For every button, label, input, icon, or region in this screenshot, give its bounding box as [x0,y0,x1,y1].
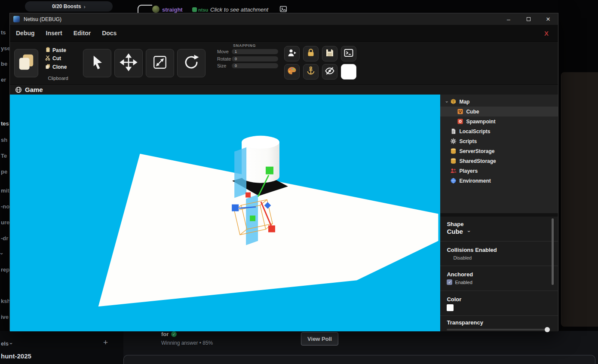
channel-name-fragment[interactable]: els › [1,340,12,347]
channel-fragment[interactable]: tes [1,120,9,127]
palette-icon [287,66,297,78]
channel-fragment[interactable]: ive [1,314,9,320]
message-text[interactable]: Click to see attachment [210,6,268,13]
tabbar: Game [10,84,558,95]
color-swatch[interactable] [447,304,454,311]
gizmo-handle-small-green[interactable] [250,216,255,221]
gizmo-handle-y[interactable] [266,167,273,174]
snapping-group: SNAPPING Move 1 Rotate 0 Size 0 [212,42,294,85]
move-icon [119,53,138,73]
gizmo-handle-z[interactable] [232,205,239,211]
channel-fragment[interactable]: be [1,61,7,67]
channel-fragment[interactable]: pe [1,168,7,175]
menu-insert[interactable]: Insert [46,30,62,37]
panel-divider [440,213,558,217]
paint-button[interactable] [284,64,300,80]
hide-button[interactable] [322,64,337,80]
localscripts-icon [450,128,457,135]
save-button[interactable] [322,46,337,61]
message-username[interactable]: straight [162,6,183,13]
explorer-item-cube[interactable]: Cube [440,107,558,116]
explorer-item-players[interactable]: Players [440,166,558,176]
snap-size-label: Size [217,63,232,68]
snap-rotate-input[interactable]: 0 [232,56,278,61]
caret-down-icon[interactable]: › [444,99,450,104]
terminal-button[interactable] [341,46,356,61]
explorer-item-sharedstorage[interactable]: SharedStorage [440,156,558,166]
anchor-button[interactable] [303,64,319,80]
channel-fragment[interactable]: -no [1,203,9,210]
message-badge: ntsu [198,7,208,12]
channel-fragment[interactable]: yse [1,45,10,52]
properties-scrollbar[interactable] [552,218,554,285]
explorer-item-serverstorage[interactable]: ServerStorage [440,146,558,156]
explorer-item-localscripts[interactable]: LocalScripts [440,126,558,136]
chevron-down-icon[interactable]: › [0,253,5,254]
explorer-item-label: LocalScripts [459,128,490,135]
channel-fragment[interactable]: -dr [1,235,8,242]
color-picker-button[interactable] [341,64,356,80]
gizmo-plane-upper[interactable] [234,147,246,198]
explorer-item-map[interactable]: ›Map [440,97,558,107]
channel-fragment[interactable]: mit [1,187,9,194]
lock-button[interactable] [303,46,319,61]
anchored-value: Enabled [455,280,472,285]
copy-icon [17,53,35,73]
titlebar[interactable]: Netisu (DEBUG) – × [10,13,558,25]
explorer-item-environment[interactable]: Environment [440,176,558,186]
eye-slash-icon [325,66,335,78]
channel-fragment[interactable]: rep [1,266,9,273]
poll-answer-label: for [161,331,169,337]
explorer-item-label: Cube [466,109,479,115]
collisions-value[interactable]: Disabled [453,255,472,260]
menu-close-x[interactable]: X [544,30,549,37]
maximize-button[interactable] [518,13,538,25]
channel-fragment[interactable]: ure [1,219,9,226]
spawnpoint-icon [457,118,463,125]
rotate-tool-button[interactable] [177,49,205,77]
attachment-icon[interactable] [279,5,287,13]
clone-button[interactable]: Clone [45,64,67,70]
add-channel-icon[interactable]: + [103,338,108,347]
thread-name[interactable]: hunt-2025 [1,352,31,360]
view-poll-button[interactable]: View Poll [301,332,338,346]
right-panel: ›MapCubeSpawnpointLocalScriptsScriptsSer… [440,95,558,331]
scale-icon [150,53,169,73]
viewport-3d[interactable] [10,95,440,331]
cut-button[interactable]: Cut [45,55,61,62]
channel-fragment[interactable]: Te [1,153,7,159]
explorer-item-label: Spawnpoint [466,119,495,125]
menubar: Debug Insert Editor Docs X [10,25,558,41]
character-button[interactable] [284,46,300,61]
copy-button[interactable] [14,49,38,77]
tab-game[interactable]: Game [25,86,43,93]
shape-dropdown[interactable]: Cube › [447,228,470,235]
cylinder-top[interactable] [242,136,279,149]
minimize-button[interactable]: – [499,13,518,25]
boosts-bar[interactable]: 0/20 Boosts › [25,1,113,12]
move-tool-button[interactable] [114,49,143,77]
snap-size-input[interactable]: 0 [232,63,278,68]
explorer-item-spawnpoint[interactable]: Spawnpoint [440,116,558,126]
menu-docs[interactable]: Docs [102,30,117,37]
collisions-label: Collisions Enabled [447,247,497,253]
channel-fragment[interactable]: ts [1,29,6,36]
explorer-item-label: SharedStorage [459,158,496,164]
terminal-icon [343,48,354,60]
scale-tool-button[interactable] [146,49,174,77]
explorer-item-scripts[interactable]: Scripts [440,136,558,146]
anchored-checkbox[interactable]: ✓ [447,279,452,285]
gizmo-handle-x[interactable] [268,226,275,232]
gizmo-handle-small-red[interactable] [245,193,251,198]
channel-fragment[interactable]: sh [1,137,7,143]
snap-move-input[interactable]: 1 [232,49,278,54]
close-button[interactable]: × [538,13,558,25]
cube-icon [457,108,463,115]
avatar[interactable] [152,6,159,13]
select-tool-button[interactable] [83,49,111,77]
paste-button[interactable]: Paste [45,47,66,54]
transparency-slider[interactable] [447,329,549,330]
menu-editor[interactable]: Editor [74,30,91,37]
menu-debug[interactable]: Debug [16,30,35,37]
channel-fragment[interactable]: er [1,76,6,83]
